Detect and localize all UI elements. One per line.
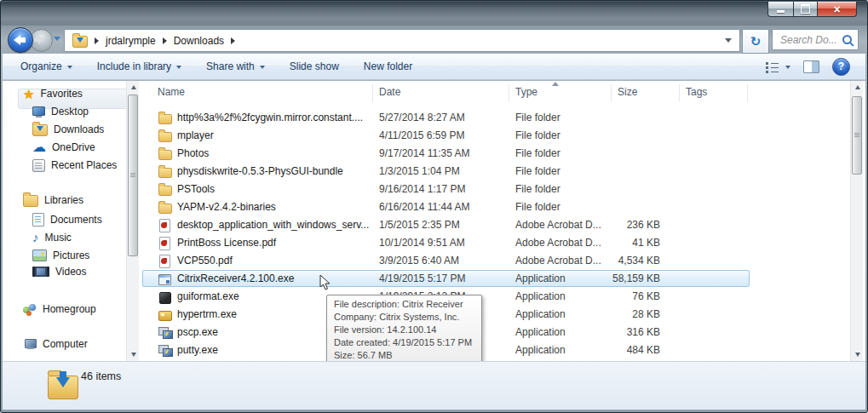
file-type: Adobe Acrobat D... [515,234,611,252]
file-row[interactable]: mplayer 4/11/2015 6:59 PM File folder [3,127,846,145]
application-icon [158,344,172,357]
application-icon [158,308,172,321]
file-name: putty.exe [177,341,218,359]
tooltip-file-description: File description: Citrix Receiver [334,298,474,311]
folder-icon [158,165,172,178]
include-in-library-label: Include in library [97,60,171,72]
back-button[interactable] [8,27,33,53]
column-divider[interactable] [747,84,748,101]
column-header-name[interactable]: Name [158,86,185,98]
breadcrumb-item-user[interactable]: jrdalrymple [106,35,156,47]
search-input[interactable] [779,33,842,47]
file-type: File folder [515,145,611,163]
include-in-library-button[interactable]: Include in library [97,60,181,72]
list-scrollbar-thumb[interactable] [852,96,862,175]
tooltip-size: Size: 56.7 MB [334,349,474,361]
column-header-type[interactable]: Type [515,86,537,98]
maximize-button[interactable] [794,2,817,17]
file-name: VCP550.pdf [177,252,233,270]
organize-button[interactable]: Organize [20,60,72,72]
file-row-selected[interactable]: CitrixReceiver4.2.100.exe 4/19/2015 5:17… [3,270,846,288]
close-button[interactable]: × [817,2,857,17]
file-name: Photos [177,145,209,163]
file-type: Application [515,270,611,288]
column-header-date[interactable]: Date [379,86,400,98]
folder-icon [158,129,172,142]
maximize-icon [801,4,810,14]
title-bar[interactable] [1,1,867,26]
new-folder-label: New folder [364,60,412,72]
command-bar: Organize Include in library Share with S… [3,54,865,80]
file-row[interactable]: YAPM-v2.4.2-binaries 6/16/2014 11:44 AM … [3,198,846,216]
recent-pages-dropdown-icon[interactable] [54,37,60,41]
pdf-icon [158,219,172,232]
scroll-up-button[interactable] [127,81,140,94]
list-scrollbar[interactable] [850,81,863,361]
tooltip-company: Company: Citrix Systems, Inc. [334,311,474,324]
sort-ascending-icon [552,82,559,86]
change-view-button[interactable] [766,61,790,72]
slide-show-button[interactable]: Slide show [290,60,339,72]
scroll-up-button[interactable] [851,81,864,94]
column-header-tags[interactable]: Tags [686,86,707,98]
column-header-size[interactable]: Size [618,86,637,98]
content-area: ★ Favorites Desktop Downloads ☁ OneDrive… [3,81,865,361]
help-icon: ? [838,60,844,72]
breadcrumb-arrow-icon[interactable] [231,37,235,44]
organize-label: Organize [20,60,62,72]
scroll-down-button[interactable] [851,348,864,361]
file-date: 4/11/2015 6:59 PM [379,127,507,145]
file-date: 3/9/2015 6:40 AM [379,252,507,270]
file-row[interactable]: desktop_application_with_windows_serv...… [3,216,846,234]
file-size: 236 KB [611,216,660,234]
file-size: 58,159 KB [611,270,660,288]
triangle-up-icon [855,85,860,89]
file-row[interactable]: physdiskwrite-0.5.3-PhysGUI-bundle 1/3/2… [3,163,846,181]
preview-pane-button[interactable] [803,60,819,73]
refresh-button[interactable]: ↻ [742,29,769,54]
search-box[interactable] [772,29,859,50]
file-row[interactable]: VCP550.pdf 3/9/2015 6:40 AM Adobe Acroba… [3,252,846,270]
address-bar[interactable]: jrdalrymple Downloads [64,29,740,52]
help-button[interactable]: ? [832,58,850,76]
file-name: YAPM-v2.4.2-binaries [177,198,276,216]
sidebar-group-favorites[interactable]: ★ Favorites [23,86,83,101]
file-size: 28 KB [611,306,660,324]
file-date: 4/19/2015 5:17 PM [379,270,507,288]
file-date: 9/17/2014 11:35 AM [379,145,507,163]
file-row[interactable]: PSTools 9/16/2014 1:17 PM File folder [3,181,846,198]
address-history-dropdown-icon[interactable] [725,38,732,43]
file-row[interactable]: PrintBoss License.pdf 10/1/2014 9:51 AM … [3,234,846,252]
forward-arrow-stem [34,37,38,42]
search-icon[interactable] [842,35,852,44]
file-size [611,198,660,216]
pdf-icon [158,237,172,250]
breadcrumb-arrow-icon[interactable] [95,37,99,44]
file-row[interactable]: http%3a%2f%2fcygwin.mirror.constant.... … [3,109,846,127]
minimize-button[interactable] [767,2,794,17]
column-divider[interactable] [372,84,373,101]
application-icon [158,272,172,285]
breadcrumb-arrow-icon[interactable] [163,37,167,44]
column-divider[interactable] [611,84,612,101]
column-divider[interactable] [679,84,680,101]
share-with-label: Share with [206,60,255,72]
breadcrumb-item-downloads[interactable]: Downloads [174,35,224,47]
caption-buttons: × [767,2,857,17]
view-controls: ? [766,58,850,76]
file-name: physdiskwrite-0.5.3-PhysGUI-bundle [177,163,343,181]
triangle-down-icon [855,353,860,357]
file-size [611,127,660,145]
column-divider[interactable] [509,84,509,101]
explorer-window: × jrdalrymple Downloads ↻ Organize Inclu… [0,0,868,413]
file-row[interactable]: Photos 9/17/2014 11:35 AM File folder [3,145,846,163]
new-folder-button[interactable]: New folder [364,60,412,72]
forward-button[interactable] [30,29,53,52]
file-size: 316 KB [611,324,660,341]
file-type: File folder [515,163,611,181]
application-icon [158,326,172,339]
chevron-down-icon [67,66,72,69]
share-with-button[interactable]: Share with [206,60,265,72]
file-type: Application [515,288,611,306]
file-name: guiformat.exe [177,288,239,306]
